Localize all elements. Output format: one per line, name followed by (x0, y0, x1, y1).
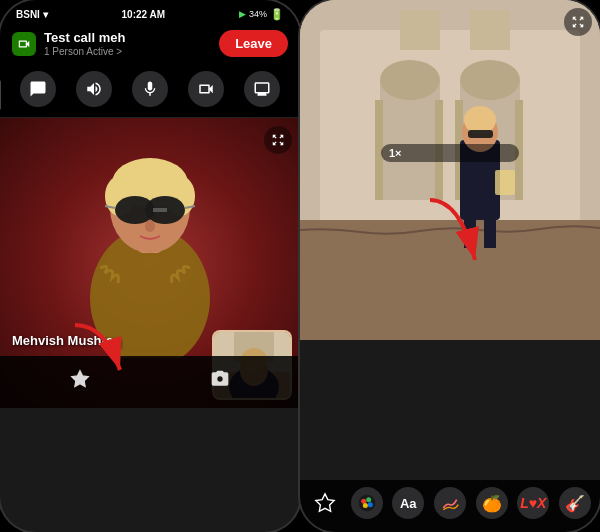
svg-marker-41 (316, 494, 334, 511)
svg-marker-19 (72, 371, 89, 387)
chat-button[interactable] (20, 71, 56, 107)
svg-point-46 (362, 503, 367, 508)
svg-rect-32 (300, 220, 600, 340)
text-label: Aa (400, 496, 417, 511)
call-title: Test call meh (44, 30, 125, 46)
star-effects-button[interactable] (64, 363, 96, 395)
camera-button[interactable] (188, 71, 224, 107)
food-emoji: 🍊 (482, 494, 502, 513)
chat-icon (29, 80, 47, 98)
bottom-toolbar-right: Aa 🍊 L♥X 🎸 (300, 480, 600, 532)
svg-point-25 (460, 60, 520, 100)
expand-icon (271, 133, 285, 147)
emoji-food-button[interactable]: 🍊 (476, 487, 508, 519)
facetime-app-icon (12, 32, 36, 56)
left-phone: BSNI ▾ 10:22 AM ▶ 34% 🔋 Test call meh 1 … (0, 0, 300, 532)
gps-icon: ▶ (239, 9, 246, 19)
expand-button-right[interactable] (564, 8, 592, 36)
svg-rect-39 (484, 218, 496, 248)
svg-rect-38 (464, 218, 476, 248)
svg-point-35 (464, 106, 496, 134)
speaker-button[interactable] (76, 71, 112, 107)
status-bar-left: BSNI ▾ 10:22 AM ▶ 34% 🔋 (0, 0, 300, 24)
building-background (300, 0, 600, 340)
call-info: Test call meh 1 Person Active > (12, 30, 125, 57)
call-subtitle: 1 Person Active > (44, 46, 125, 57)
svg-point-44 (366, 497, 371, 502)
star-icon (70, 369, 90, 389)
apple-effects-icon (357, 493, 377, 513)
battery-label: 34% (249, 9, 267, 19)
leave-button[interactable]: Leave (219, 30, 288, 57)
svg-point-11 (145, 220, 155, 232)
svg-rect-36 (468, 130, 493, 138)
shutter-icon (210, 369, 230, 389)
main-video-left: Mehvish Mushtaq (0, 118, 300, 408)
svg-rect-8 (153, 208, 167, 212)
zoom-indicator[interactable]: 1× (381, 144, 519, 162)
guitar-emoji: 🎸 (565, 494, 585, 513)
mic-icon (141, 80, 159, 98)
expand-button-left[interactable] (264, 126, 292, 154)
camera-icon (197, 80, 215, 98)
status-right: ▶ 34% 🔋 (239, 8, 284, 21)
right-phone: 1× (300, 0, 600, 532)
control-bar-left (0, 65, 300, 118)
screen-button[interactable] (244, 71, 280, 107)
screen-icon (253, 80, 271, 98)
carrier-label: BSNI ▾ (16, 9, 48, 20)
main-video-right: 1× (300, 0, 600, 340)
apple-effects-button[interactable] (351, 487, 383, 519)
text-button[interactable]: Aa (392, 487, 424, 519)
mic-button[interactable] (132, 71, 168, 107)
bottom-toolbar-left (0, 356, 300, 408)
love-button[interactable]: L♥X (517, 487, 549, 519)
call-text: Test call meh 1 Person Active > (44, 30, 125, 57)
battery-icon: 🔋 (270, 8, 284, 21)
star-outline-icon (314, 492, 336, 514)
svg-point-24 (380, 60, 440, 100)
person-figure-left (60, 118, 240, 358)
video-icon (17, 37, 31, 51)
handwriting-icon (440, 493, 460, 513)
svg-rect-30 (400, 10, 440, 50)
handwriting-button[interactable] (434, 487, 466, 519)
speaker-icon (85, 80, 103, 98)
star-outline-button[interactable] (309, 487, 341, 519)
love-label: L♥X (520, 495, 546, 511)
svg-point-42 (358, 495, 375, 512)
person-name-label: Mehvish Mushtaq (12, 333, 121, 348)
svg-rect-21 (320, 30, 580, 230)
svg-point-45 (367, 502, 372, 507)
svg-rect-31 (470, 10, 510, 50)
facetime-header: Test call meh 1 Person Active > Leave (0, 24, 300, 65)
expand-icon-right (571, 15, 585, 29)
music-button[interactable]: 🎸 (559, 487, 591, 519)
svg-rect-37 (495, 170, 515, 195)
camera-snap-button[interactable] (204, 363, 236, 395)
right-video-background (300, 0, 600, 340)
time-label: 10:22 AM (122, 9, 166, 20)
